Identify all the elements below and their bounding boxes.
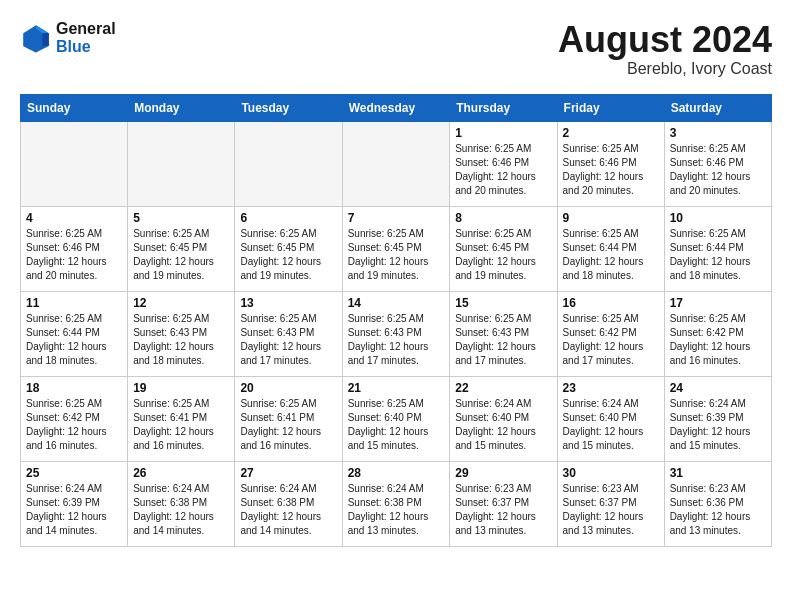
day-number: 14 — [348, 296, 445, 310]
day-cell: 29Sunrise: 6:23 AM Sunset: 6:37 PM Dayli… — [450, 461, 557, 546]
day-cell: 17Sunrise: 6:25 AM Sunset: 6:42 PM Dayli… — [664, 291, 771, 376]
day-info: Sunrise: 6:25 AM Sunset: 6:40 PM Dayligh… — [348, 397, 445, 453]
day-cell: 3Sunrise: 6:25 AM Sunset: 6:46 PM Daylig… — [664, 121, 771, 206]
day-number: 4 — [26, 211, 122, 225]
day-cell: 25Sunrise: 6:24 AM Sunset: 6:39 PM Dayli… — [21, 461, 128, 546]
day-number: 21 — [348, 381, 445, 395]
day-info: Sunrise: 6:24 AM Sunset: 6:39 PM Dayligh… — [26, 482, 122, 538]
day-number: 11 — [26, 296, 122, 310]
week-row-1: 1Sunrise: 6:25 AM Sunset: 6:46 PM Daylig… — [21, 121, 772, 206]
day-number: 24 — [670, 381, 766, 395]
day-info: Sunrise: 6:25 AM Sunset: 6:44 PM Dayligh… — [670, 227, 766, 283]
day-number: 7 — [348, 211, 445, 225]
day-info: Sunrise: 6:25 AM Sunset: 6:45 PM Dayligh… — [240, 227, 336, 283]
day-info: Sunrise: 6:25 AM Sunset: 6:44 PM Dayligh… — [563, 227, 659, 283]
day-info: Sunrise: 6:25 AM Sunset: 6:45 PM Dayligh… — [455, 227, 551, 283]
day-number: 23 — [563, 381, 659, 395]
day-info: Sunrise: 6:23 AM Sunset: 6:36 PM Dayligh… — [670, 482, 766, 538]
day-info: Sunrise: 6:25 AM Sunset: 6:41 PM Dayligh… — [133, 397, 229, 453]
header-row: SundayMondayTuesdayWednesdayThursdayFrid… — [21, 94, 772, 121]
day-cell: 27Sunrise: 6:24 AM Sunset: 6:38 PM Dayli… — [235, 461, 342, 546]
logo-text: General Blue — [56, 20, 116, 56]
day-cell: 31Sunrise: 6:23 AM Sunset: 6:36 PM Dayli… — [664, 461, 771, 546]
day-number: 6 — [240, 211, 336, 225]
day-info: Sunrise: 6:25 AM Sunset: 6:43 PM Dayligh… — [133, 312, 229, 368]
header-cell-sunday: Sunday — [21, 94, 128, 121]
day-info: Sunrise: 6:24 AM Sunset: 6:39 PM Dayligh… — [670, 397, 766, 453]
day-cell: 26Sunrise: 6:24 AM Sunset: 6:38 PM Dayli… — [128, 461, 235, 546]
day-cell: 14Sunrise: 6:25 AM Sunset: 6:43 PM Dayli… — [342, 291, 450, 376]
calendar-subtitle: Bereblo, Ivory Coast — [558, 60, 772, 78]
day-cell: 6Sunrise: 6:25 AM Sunset: 6:45 PM Daylig… — [235, 206, 342, 291]
day-cell: 8Sunrise: 6:25 AM Sunset: 6:45 PM Daylig… — [450, 206, 557, 291]
day-number: 15 — [455, 296, 551, 310]
day-cell — [128, 121, 235, 206]
day-number: 17 — [670, 296, 766, 310]
day-info: Sunrise: 6:25 AM Sunset: 6:45 PM Dayligh… — [348, 227, 445, 283]
day-cell — [342, 121, 450, 206]
day-number: 18 — [26, 381, 122, 395]
day-cell: 19Sunrise: 6:25 AM Sunset: 6:41 PM Dayli… — [128, 376, 235, 461]
week-row-3: 11Sunrise: 6:25 AM Sunset: 6:44 PM Dayli… — [21, 291, 772, 376]
day-number: 27 — [240, 466, 336, 480]
day-info: Sunrise: 6:25 AM Sunset: 6:46 PM Dayligh… — [455, 142, 551, 198]
day-cell: 5Sunrise: 6:25 AM Sunset: 6:45 PM Daylig… — [128, 206, 235, 291]
day-info: Sunrise: 6:25 AM Sunset: 6:44 PM Dayligh… — [26, 312, 122, 368]
day-number: 19 — [133, 381, 229, 395]
day-number: 25 — [26, 466, 122, 480]
svg-marker-2 — [42, 33, 48, 46]
day-number: 20 — [240, 381, 336, 395]
day-number: 5 — [133, 211, 229, 225]
day-cell: 11Sunrise: 6:25 AM Sunset: 6:44 PM Dayli… — [21, 291, 128, 376]
day-number: 1 — [455, 126, 551, 140]
day-cell: 21Sunrise: 6:25 AM Sunset: 6:40 PM Dayli… — [342, 376, 450, 461]
day-info: Sunrise: 6:24 AM Sunset: 6:40 PM Dayligh… — [455, 397, 551, 453]
day-info: Sunrise: 6:25 AM Sunset: 6:46 PM Dayligh… — [26, 227, 122, 283]
day-number: 22 — [455, 381, 551, 395]
day-cell: 23Sunrise: 6:24 AM Sunset: 6:40 PM Dayli… — [557, 376, 664, 461]
day-number: 10 — [670, 211, 766, 225]
week-row-4: 18Sunrise: 6:25 AM Sunset: 6:42 PM Dayli… — [21, 376, 772, 461]
calendar-table: SundayMondayTuesdayWednesdayThursdayFrid… — [20, 94, 772, 547]
day-number: 9 — [563, 211, 659, 225]
day-number: 3 — [670, 126, 766, 140]
day-cell: 9Sunrise: 6:25 AM Sunset: 6:44 PM Daylig… — [557, 206, 664, 291]
day-number: 28 — [348, 466, 445, 480]
header-cell-monday: Monday — [128, 94, 235, 121]
title-block: August 2024 Bereblo, Ivory Coast — [558, 20, 772, 78]
day-number: 31 — [670, 466, 766, 480]
day-info: Sunrise: 6:25 AM Sunset: 6:43 PM Dayligh… — [348, 312, 445, 368]
day-info: Sunrise: 6:25 AM Sunset: 6:42 PM Dayligh… — [670, 312, 766, 368]
day-cell: 13Sunrise: 6:25 AM Sunset: 6:43 PM Dayli… — [235, 291, 342, 376]
day-number: 13 — [240, 296, 336, 310]
header-cell-friday: Friday — [557, 94, 664, 121]
day-cell: 12Sunrise: 6:25 AM Sunset: 6:43 PM Dayli… — [128, 291, 235, 376]
day-info: Sunrise: 6:24 AM Sunset: 6:38 PM Dayligh… — [348, 482, 445, 538]
header-cell-thursday: Thursday — [450, 94, 557, 121]
day-number: 30 — [563, 466, 659, 480]
day-info: Sunrise: 6:25 AM Sunset: 6:43 PM Dayligh… — [455, 312, 551, 368]
day-info: Sunrise: 6:25 AM Sunset: 6:45 PM Dayligh… — [133, 227, 229, 283]
day-cell — [235, 121, 342, 206]
day-info: Sunrise: 6:25 AM Sunset: 6:42 PM Dayligh… — [563, 312, 659, 368]
day-cell: 7Sunrise: 6:25 AM Sunset: 6:45 PM Daylig… — [342, 206, 450, 291]
day-number: 16 — [563, 296, 659, 310]
day-number: 29 — [455, 466, 551, 480]
day-cell: 15Sunrise: 6:25 AM Sunset: 6:43 PM Dayli… — [450, 291, 557, 376]
day-cell: 2Sunrise: 6:25 AM Sunset: 6:46 PM Daylig… — [557, 121, 664, 206]
day-info: Sunrise: 6:24 AM Sunset: 6:40 PM Dayligh… — [563, 397, 659, 453]
header-cell-saturday: Saturday — [664, 94, 771, 121]
day-cell — [21, 121, 128, 206]
calendar-title: August 2024 — [558, 20, 772, 60]
day-info: Sunrise: 6:25 AM Sunset: 6:42 PM Dayligh… — [26, 397, 122, 453]
day-cell: 28Sunrise: 6:24 AM Sunset: 6:38 PM Dayli… — [342, 461, 450, 546]
day-info: Sunrise: 6:25 AM Sunset: 6:41 PM Dayligh… — [240, 397, 336, 453]
day-number: 26 — [133, 466, 229, 480]
header-cell-tuesday: Tuesday — [235, 94, 342, 121]
day-cell: 1Sunrise: 6:25 AM Sunset: 6:46 PM Daylig… — [450, 121, 557, 206]
day-cell: 22Sunrise: 6:24 AM Sunset: 6:40 PM Dayli… — [450, 376, 557, 461]
day-info: Sunrise: 6:25 AM Sunset: 6:46 PM Dayligh… — [563, 142, 659, 198]
day-cell: 4Sunrise: 6:25 AM Sunset: 6:46 PM Daylig… — [21, 206, 128, 291]
day-info: Sunrise: 6:24 AM Sunset: 6:38 PM Dayligh… — [240, 482, 336, 538]
day-number: 2 — [563, 126, 659, 140]
